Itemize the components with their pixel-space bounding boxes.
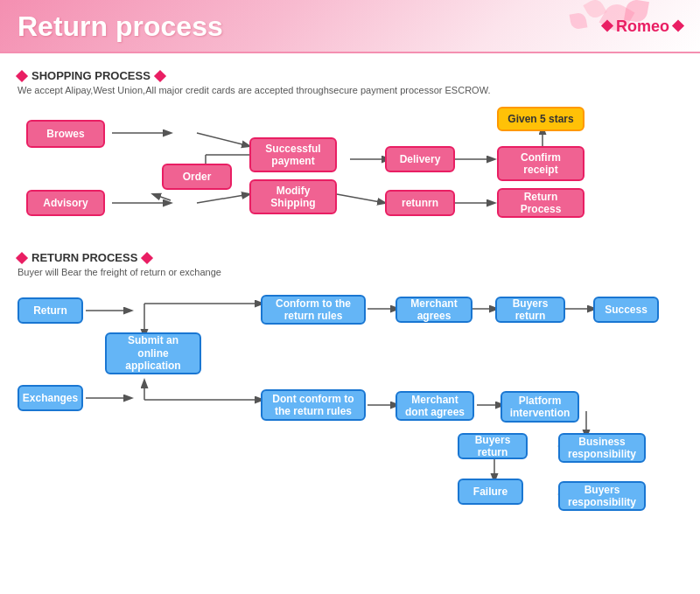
conform-rules-box: Conform to the return rules bbox=[261, 295, 366, 325]
return-section: RETURN PROCESS Buyer will Bear the freig… bbox=[18, 251, 682, 529]
svg-line-1 bbox=[197, 133, 249, 146]
svg-line-10 bbox=[337, 194, 385, 203]
browes-box: Browes bbox=[26, 120, 105, 148]
delivery-box: Delivery bbox=[385, 146, 455, 172]
returnm-box: retunrn bbox=[385, 190, 455, 216]
advisory-box: Advisory bbox=[26, 190, 105, 216]
buyers-responsibility-box: Buyers responsibility bbox=[558, 481, 646, 511]
shopping-flow: Browes Given 5 stars Successful payment … bbox=[18, 102, 682, 242]
failure-box: Failure bbox=[458, 479, 523, 505]
buyers-return-1-box: Buyers return bbox=[495, 297, 565, 323]
diamond-left-icon bbox=[601, 19, 613, 31]
successful-payment-box: Successful payment bbox=[249, 137, 337, 172]
main-content: SHOPPING PROCESS We accept Alipay,West U… bbox=[0, 53, 700, 547]
return-description: Buyer will Bear the freight of return or… bbox=[18, 267, 682, 277]
header: Return process Romeo bbox=[0, 0, 700, 53]
brand-name: Romeo bbox=[616, 17, 669, 35]
platform-intervention-box: Platform intervention bbox=[500, 391, 579, 423]
confirm-receipt-box: Confirm receipt bbox=[497, 146, 584, 181]
return-process-box: Return Process bbox=[497, 188, 584, 218]
return-box: Return bbox=[18, 297, 83, 324]
shopping-section-header: SHOPPING PROCESS bbox=[18, 69, 682, 82]
merchant-agrees-box: Merchant agrees bbox=[396, 297, 472, 323]
shopping-description: We accept Alipay,West Union,All major cr… bbox=[18, 85, 682, 95]
header-title: Return process bbox=[18, 10, 223, 42]
svg-line-5 bbox=[197, 194, 249, 203]
shopping-section: SHOPPING PROCESS We accept Alipay,West U… bbox=[18, 69, 682, 242]
diamond-icon-2 bbox=[154, 69, 166, 81]
return-title: RETURN PROCESS bbox=[32, 251, 137, 264]
modify-shipping-box: Modify Shipping bbox=[249, 179, 337, 214]
svg-line-12 bbox=[153, 194, 171, 200]
return-section-header: RETURN PROCESS bbox=[18, 251, 682, 264]
given-5-stars-box: Given 5 stars bbox=[497, 107, 584, 131]
diamond-icon-4 bbox=[141, 251, 153, 263]
diamond-icon-1 bbox=[16, 69, 28, 81]
business-responsibility-box: Business responsibility bbox=[558, 433, 646, 463]
shopping-title: SHOPPING PROCESS bbox=[32, 69, 150, 82]
merchant-dont-agrees-box: Merchant dont agrees bbox=[396, 391, 474, 421]
diamond-icon-3 bbox=[16, 251, 28, 263]
dont-conform-rules-box: Dont conform to the return rules bbox=[261, 389, 366, 421]
diamond-right-icon bbox=[672, 19, 684, 31]
order-box: Order bbox=[162, 164, 232, 190]
buyers-return-2-box: Buyers return bbox=[458, 433, 528, 459]
exchanges-box: Exchanges bbox=[18, 385, 83, 411]
submit-online-box: Submit an online application bbox=[105, 332, 201, 374]
brand-container: Romeo bbox=[603, 17, 682, 35]
success-box: Success bbox=[593, 297, 659, 323]
return-flow: Return Exchanges Submit an online applic… bbox=[18, 284, 682, 529]
